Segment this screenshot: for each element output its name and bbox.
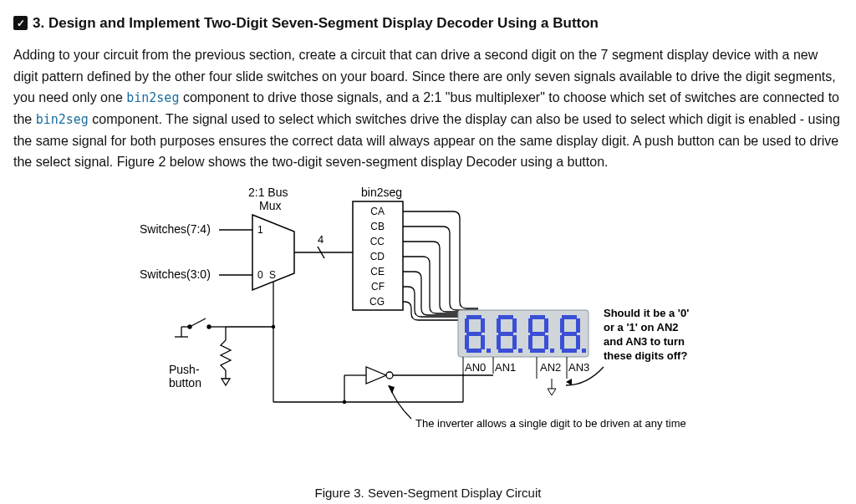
svg-rect-12	[497, 318, 501, 333]
note-line3: and AN3 to turn	[604, 335, 685, 348]
section-number: 3.	[33, 15, 44, 31]
seg-cc: CC	[370, 236, 385, 247]
section-heading: ✓ 3. Design and Implement Two-Digit Seve…	[13, 12, 843, 34]
svg-rect-8	[466, 349, 482, 353]
inverter-note: The inverter allows a single digit to be…	[415, 417, 686, 430]
svg-rect-9	[487, 349, 491, 353]
an1-label: AN1	[495, 361, 516, 374]
svg-rect-22	[544, 318, 548, 333]
an0-label: AN0	[465, 361, 486, 374]
svg-rect-33	[560, 335, 564, 349]
arrowhead-icon	[388, 385, 395, 394]
circuit-diagram: 2:1 Bus Mux Switches(7:4) 1 Switches(3:0…	[135, 185, 721, 476]
svg-marker-46	[222, 379, 230, 385]
inverter-icon	[366, 367, 386, 384]
seg-cb: CB	[370, 221, 385, 232]
svg-rect-21	[528, 318, 532, 333]
svg-rect-31	[576, 318, 580, 333]
note-line4: these digits off?	[604, 349, 687, 362]
an3-label: AN3	[568, 361, 589, 374]
arrowhead-icon	[566, 379, 572, 385]
pushbutton-label-2: button	[169, 376, 201, 389]
seg-ca: CA	[370, 206, 385, 217]
body-text-1c: component. The signal used to select whi…	[13, 112, 840, 169]
mux-in-0: 0	[257, 269, 263, 281]
svg-rect-25	[544, 335, 548, 349]
bin2seg-label: bin2seg	[361, 186, 402, 199]
svg-rect-17	[498, 349, 513, 353]
seg-cg: CG	[369, 296, 385, 308]
figure-caption: Figure 3. Seven-Segment Display Circuit	[13, 483, 843, 503]
svg-rect-36	[582, 349, 586, 353]
inverter-bubble-icon	[386, 372, 393, 379]
mux-label-1: 2:1 Bus	[248, 186, 288, 199]
svg-rect-24	[528, 335, 532, 349]
code-bin2seg-2: bin2seg	[36, 112, 89, 127]
svg-rect-16	[512, 335, 517, 349]
svg-rect-26	[530, 349, 545, 353]
note-line1: Should it be a '0'	[604, 307, 689, 319]
mux-label-2: Mux	[259, 199, 281, 212]
seven-segment-display	[458, 310, 588, 357]
svg-line-41	[190, 318, 206, 327]
mux-in-1: 1	[257, 224, 263, 236]
svg-rect-4	[481, 318, 485, 333]
svg-rect-3	[465, 318, 469, 333]
an2-label: AN2	[540, 361, 561, 374]
section-title-text: Design and Implement Two-Digit Seven-Seg…	[48, 15, 599, 31]
note-line2: or a '1' on AN2	[604, 321, 679, 333]
switches-lo-label: Switches(3:0)	[140, 267, 211, 281]
code-bin2seg-1: bin2seg	[126, 90, 179, 105]
svg-rect-6	[465, 335, 469, 349]
segment-wires	[403, 211, 478, 320]
seg-cf: CF	[371, 281, 385, 293]
svg-rect-35	[562, 349, 577, 353]
mux-sel-label: S	[269, 269, 276, 281]
svg-rect-34	[576, 335, 580, 349]
seg-ce: CE	[370, 266, 385, 277]
svg-rect-18	[518, 349, 522, 353]
body-paragraph: Adding to your circuit from the previous…	[13, 44, 843, 173]
bus-width-label: 4	[318, 233, 324, 246]
pushbutton-label-1: Push-	[169, 363, 200, 376]
svg-rect-7	[481, 335, 485, 349]
seg-cd: CD	[370, 251, 385, 262]
open-arrowhead-icon	[548, 389, 556, 395]
check-icon: ✓	[13, 16, 28, 30]
svg-rect-30	[560, 318, 564, 333]
switches-hi-label: Switches(7:4)	[140, 222, 211, 236]
svg-rect-13	[512, 318, 517, 333]
svg-rect-27	[550, 349, 554, 353]
svg-rect-15	[497, 335, 501, 349]
